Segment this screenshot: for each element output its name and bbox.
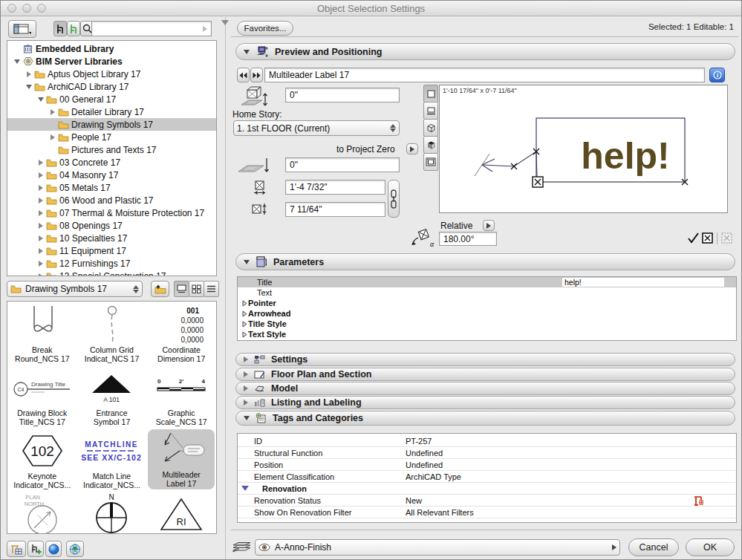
tree-item-bim-server-libraries[interactable]: BIM Server Libraries bbox=[7, 55, 216, 68]
library-item-column-grid[interactable]: Column GridIndicat_NCS 17 bbox=[77, 302, 147, 365]
view-list-button[interactable] bbox=[204, 281, 219, 297]
tree-item-00-general-17[interactable]: 00 General 17 bbox=[7, 93, 216, 105]
parameter-row-text[interactable]: Text bbox=[238, 287, 736, 298]
tree-item-13-special-construction-17[interactable]: 13 Special Construction 17 bbox=[7, 270, 216, 276]
search-input[interactable] bbox=[91, 21, 212, 36]
previous-object-button[interactable] bbox=[237, 68, 250, 82]
tree-item-people-17[interactable]: People 17 bbox=[7, 131, 216, 143]
current-folder-select[interactable]: Drawing Symbols 17 bbox=[7, 281, 143, 297]
preview-front-view-button[interactable] bbox=[423, 102, 438, 120]
disclosure-closed-icon[interactable] bbox=[238, 310, 248, 317]
library-item-coordinate-dimension[interactable]: 0010,00000,00000,0000CoordinateDimension… bbox=[146, 302, 216, 365]
library-item-graphic-scale[interactable]: 02'4GraphicScale_NCS 17 bbox=[146, 365, 216, 428]
tree-item-archicad-library-17[interactable]: ArchiCAD Library 17 bbox=[7, 80, 216, 93]
preview-picture-button[interactable] bbox=[423, 153, 438, 171]
size-x-input[interactable] bbox=[285, 180, 385, 195]
parameter-value-input[interactable] bbox=[562, 278, 724, 287]
tree-item-11-equipment-17[interactable]: 11 Equipment 17 bbox=[7, 244, 216, 257]
disclosure-closed-icon[interactable] bbox=[36, 235, 45, 241]
favorites-button[interactable]: Favorites... bbox=[237, 21, 293, 36]
info-button[interactable]: i bbox=[709, 68, 725, 82]
cancel-button[interactable]: Cancel bbox=[628, 538, 679, 556]
parameter-row-arrowhead[interactable]: Arrowhead bbox=[238, 308, 736, 319]
tree-item-10-specialties-17[interactable]: 10 Specialties 17 bbox=[7, 232, 216, 244]
tags-row-renovation-status[interactable]: Renovation StatusNew bbox=[238, 495, 736, 507]
disclosure-closed-icon[interactable] bbox=[36, 261, 45, 267]
disclosure-closed-icon[interactable] bbox=[36, 223, 45, 229]
tree-item-05-metals-17[interactable]: 05 Metals 17 bbox=[7, 181, 216, 194]
object-preview-canvas[interactable]: 1'-10 17/64" x 0'-7 11/64" help! bbox=[439, 85, 728, 213]
rotation-angle-input[interactable] bbox=[439, 232, 497, 246]
library-item-revision[interactable]: RIRevision bbox=[146, 491, 216, 534]
section-tags[interactable]: Tags and Categories bbox=[235, 411, 735, 426]
library-item-north-symbol[interactable]: NNorth Symbol bbox=[77, 491, 147, 534]
section-listing[interactable]: Listing and Labeling bbox=[235, 396, 735, 409]
tree-item-03-concrete-17[interactable]: 03 Concrete 17 bbox=[7, 156, 216, 169]
preview-2d-symbol-button[interactable] bbox=[423, 85, 438, 102]
tags-row-element-classification[interactable]: Element ClassificationArchiCAD Type bbox=[238, 471, 736, 483]
library-item-north[interactable]: PLANNORTHNorth bbox=[7, 491, 77, 534]
add-object-button[interactable] bbox=[27, 541, 44, 557]
disclosure-closed-icon[interactable] bbox=[36, 160, 45, 166]
disclosure-open-icon[interactable] bbox=[12, 59, 22, 64]
disclosure-closed-icon[interactable] bbox=[48, 109, 57, 115]
disclosure-closed-icon[interactable] bbox=[238, 321, 248, 328]
bim-server-upload-button[interactable] bbox=[66, 541, 84, 557]
disclosure-closed-icon[interactable] bbox=[238, 300, 248, 307]
section-floor-plan[interactable]: Floor Plan and Section bbox=[235, 368, 735, 381]
section-parameters[interactable]: Parameters bbox=[235, 253, 735, 270]
section-settings[interactable]: Settings bbox=[235, 353, 735, 366]
tree-item-12-furnishings-17[interactable]: 12 Furnishings 17 bbox=[7, 257, 216, 270]
library-item-entrance-symbol[interactable]: A 101EntranceSymbol 17 bbox=[77, 365, 147, 428]
disclosure-closed-icon[interactable] bbox=[24, 71, 33, 77]
library-item-match-line-indicator[interactable]: MATCHLINESEE XX/C-102Match LineIndicator… bbox=[77, 428, 147, 491]
tree-item-detailer-library-17[interactable]: Detailer Library 17 bbox=[7, 105, 216, 118]
relative-menu-button[interactable] bbox=[483, 220, 495, 231]
view-large-icons-button[interactable] bbox=[174, 281, 189, 297]
disclosure-open-icon[interactable] bbox=[241, 486, 249, 491]
tree-item-04-masonry-17[interactable]: 04 Masonry 17 bbox=[7, 169, 216, 181]
library-manager-button[interactable] bbox=[7, 541, 26, 557]
splitter-collapse-icon[interactable] bbox=[221, 20, 229, 25]
apply-check-icon[interactable] bbox=[687, 232, 700, 244]
tags-row-id[interactable]: IDPT-257 bbox=[238, 435, 736, 447]
tree-item-embedded-library[interactable]: Embedded Library bbox=[7, 42, 216, 55]
view-options-button[interactable] bbox=[8, 20, 36, 38]
section-model[interactable]: Model bbox=[235, 382, 735, 395]
library-item-break-round[interactable]: BreakRound_NCS 17 bbox=[7, 302, 77, 365]
tree-item-pictures-and-texts-17[interactable]: Pictures and Texts 17 bbox=[7, 143, 216, 156]
library-item-drawing-block-title[interactable]: C4Drawing TitleDrawing BlockTitle_NCS 17 bbox=[7, 365, 77, 428]
bim-components-button[interactable] bbox=[45, 541, 62, 557]
next-object-button[interactable] bbox=[250, 68, 263, 82]
disclosure-open-icon[interactable] bbox=[24, 85, 33, 89]
mirror-off-icon[interactable] bbox=[721, 232, 732, 244]
parameter-row-pointer[interactable]: Pointer bbox=[238, 298, 736, 308]
tags-row-show-on-renovation-filter[interactable]: Show On Renovation FilterAll Relevant Fi… bbox=[238, 507, 736, 518]
bottom-offset-input[interactable] bbox=[285, 157, 400, 172]
tags-row-renovation[interactable]: Renovation bbox=[238, 483, 736, 495]
ok-button[interactable]: OK bbox=[686, 538, 735, 556]
layer-select[interactable]: A-Anno-Finish bbox=[255, 539, 620, 556]
tree-item-aptus-object-library-17[interactable]: Aptus Object Library 17 bbox=[7, 68, 216, 80]
tags-row-position[interactable]: PositionUndefined bbox=[238, 459, 736, 471]
library-item-multileader-label[interactable]: MultileaderLabel 17 bbox=[148, 429, 215, 489]
parameter-row-title-style[interactable]: Title Style bbox=[238, 319, 736, 329]
embedded-objects-filter-button[interactable] bbox=[67, 21, 80, 36]
section-preview-positioning[interactable]: Preview and Positioning bbox=[235, 43, 735, 60]
disclosure-closed-icon[interactable] bbox=[36, 210, 45, 216]
view-small-icons-button[interactable] bbox=[189, 281, 204, 297]
disclosure-closed-icon[interactable] bbox=[36, 185, 45, 191]
disclosure-closed-icon[interactable] bbox=[48, 134, 57, 140]
size-y-input[interactable] bbox=[285, 202, 385, 217]
tags-row-structural-function[interactable]: Structural FunctionUndefined bbox=[238, 447, 736, 459]
home-story-select[interactable]: 1. 1st FLOOR (Current) bbox=[233, 120, 400, 136]
disclosure-closed-icon[interactable] bbox=[36, 248, 45, 254]
preview-3d-wireframe-button[interactable] bbox=[423, 119, 438, 137]
parameter-row-title[interactable]: Title bbox=[238, 277, 736, 287]
disclosure-closed-icon[interactable] bbox=[36, 198, 45, 204]
loaded-objects-filter-button[interactable] bbox=[53, 21, 67, 36]
reference-level-menu-button[interactable] bbox=[406, 143, 418, 154]
disclosure-closed-icon[interactable] bbox=[36, 172, 45, 178]
disclosure-closed-icon[interactable] bbox=[238, 331, 248, 338]
mirror-on-icon[interactable] bbox=[702, 232, 713, 244]
